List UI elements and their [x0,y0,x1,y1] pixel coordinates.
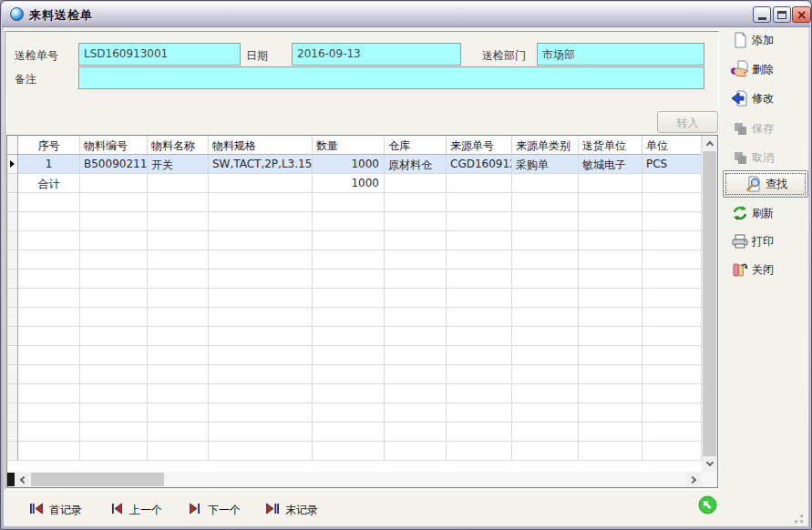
cell[interactable] [18,193,80,212]
cell[interactable] [209,289,313,308]
cell[interactable] [148,193,209,212]
close-window-button[interactable]: × [792,6,811,23]
row-selector[interactable] [7,423,18,442]
cell[interactable] [148,384,209,403]
cell[interactable] [642,442,702,461]
cell[interactable] [642,289,702,308]
resize-grip[interactable] [788,510,805,525]
cell[interactable] [447,442,512,461]
cell[interactable] [447,289,512,308]
cell[interactable] [579,193,642,212]
cell[interactable] [512,423,579,442]
cell[interactable] [385,250,447,270]
cell[interactable] [385,346,447,365]
cell[interactable] [80,403,148,423]
cell[interactable] [80,231,148,250]
cell[interactable] [18,365,80,384]
cell[interactable] [642,250,702,270]
cell[interactable] [579,270,642,289]
row-selector[interactable] [7,403,18,423]
cell[interactable] [447,423,512,442]
cell[interactable] [512,308,579,327]
cell[interactable] [80,212,148,231]
cell[interactable] [579,327,642,346]
cell[interactable] [18,423,80,442]
cell[interactable] [209,212,313,231]
next-record-button[interactable]: 下一个 [188,502,241,518]
column-header-5[interactable]: 数量 [313,136,385,155]
cell[interactable] [385,442,447,461]
cell[interactable] [18,270,80,289]
cell[interactable] [148,442,209,461]
cell[interactable] [18,212,80,231]
delete-button[interactable]: 删除 [731,59,774,79]
cell[interactable] [385,231,447,250]
cell[interactable] [642,384,702,403]
cell[interactable] [209,384,313,403]
cell[interactable] [512,403,579,423]
cell[interactable] [642,403,702,423]
cell[interactable] [148,327,209,346]
cell[interactable] [512,231,579,250]
last-record-button[interactable]: 末记录 [265,502,318,518]
table-row[interactable]: 1B50090211开关SW,TACT,2P,L3.15,P41000原材料仓C… [7,155,717,174]
cell[interactable] [447,250,512,270]
cell[interactable] [512,212,579,231]
cell[interactable] [447,174,512,193]
cell[interactable] [512,174,579,193]
cell[interactable] [512,442,579,461]
row-selector[interactable] [7,346,18,365]
refresh-button[interactable]: 刷新 [731,203,774,223]
scroll-down-button[interactable] [702,456,717,472]
column-header-10[interactable]: 单位 [642,136,702,155]
cell[interactable] [313,231,385,250]
cell[interactable]: PCS [642,155,702,174]
cell[interactable]: 1 [18,155,80,174]
cell[interactable] [385,289,447,308]
cell[interactable] [313,423,385,442]
cell[interactable] [80,327,148,346]
cell[interactable] [385,423,447,442]
find-button[interactable]: 查找 [723,170,808,198]
cell[interactable] [80,250,148,270]
cell[interactable] [18,327,80,346]
cell[interactable] [385,327,447,346]
cell[interactable] [385,270,447,289]
cell[interactable] [148,250,209,270]
horizontal-scrollbar[interactable] [7,472,702,487]
cell[interactable] [313,365,385,384]
cell[interactable] [447,403,512,423]
horizontal-scroll-thumb[interactable] [31,473,164,486]
column-header-7[interactable]: 来源单号 [447,136,512,155]
cell[interactable] [579,250,642,270]
cell[interactable] [512,327,579,346]
prev-record-button[interactable]: 上一个 [109,502,162,518]
cell[interactable]: 1000 [313,155,385,174]
cell[interactable] [80,174,148,193]
cell[interactable] [385,212,447,231]
cell[interactable]: 采购单 [512,155,579,174]
row-selector[interactable] [7,289,18,308]
print-button[interactable]: 打印 [731,231,774,251]
green-arrow-icon[interactable] [698,495,717,515]
minimize-button[interactable] [753,6,771,23]
cell[interactable] [385,193,447,212]
close-button[interactable]: 关闭 [731,260,774,280]
row-selector[interactable] [7,384,18,403]
cell[interactable] [447,308,512,327]
cell[interactable] [447,231,512,250]
cell[interactable] [642,308,702,327]
cell[interactable] [642,327,702,346]
cell[interactable] [642,174,702,193]
cell[interactable] [209,270,313,289]
cell[interactable] [313,384,385,403]
cell[interactable] [447,212,512,231]
cell[interactable]: SW,TACT,2P,L3.15,P4 [209,155,313,174]
row-selector[interactable] [7,155,18,174]
scroll-right-button[interactable] [686,472,702,487]
cell[interactable] [579,308,642,327]
remark-input[interactable] [78,66,704,89]
cell[interactable] [579,289,642,308]
cell[interactable] [579,174,642,193]
row-selector[interactable] [7,327,18,346]
